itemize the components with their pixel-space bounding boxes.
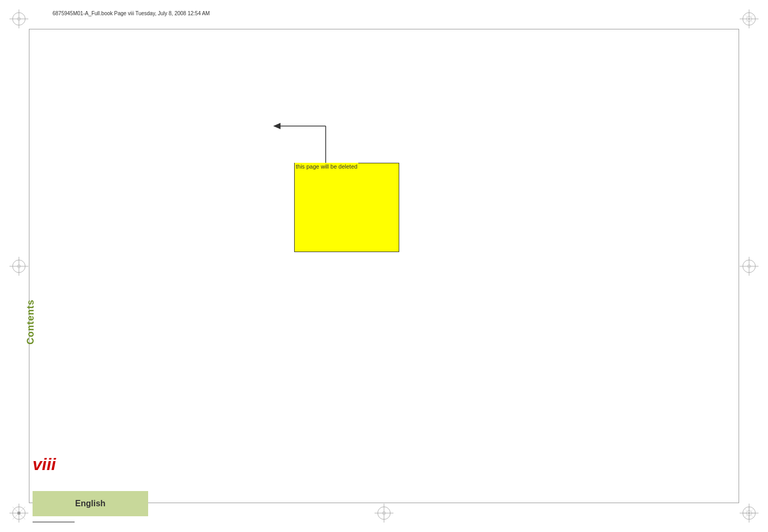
reg-mark-bottom-left [9, 504, 28, 523]
yellow-annotation-box: this page will be deleted [294, 163, 399, 252]
reg-mark-top-right [740, 9, 759, 28]
reg-mark-mid-bottom [375, 504, 393, 523]
margin-line-right [739, 29, 739, 503]
margin-line-left [29, 29, 29, 503]
svg-marker-29 [273, 123, 281, 129]
yellow-box-label: this page will be deleted [295, 163, 358, 170]
reg-mark-top-left [9, 9, 28, 28]
reg-mark-bottom-right [740, 504, 759, 523]
page-number: viii [33, 455, 56, 474]
reg-mark-mid-right [740, 257, 759, 276]
english-tab[interactable]: English [33, 491, 148, 516]
annotation-area: this page will be deleted [294, 163, 399, 252]
annotation-arrow [257, 116, 326, 168]
contents-label: Contents [25, 299, 36, 345]
reg-mark-mid-left [9, 257, 28, 276]
header-text: 6875945M01-A_Full.book Page viii Tuesday… [53, 11, 210, 16]
english-tab-label: English [75, 499, 106, 508]
margin-line-top [29, 29, 739, 29]
tab-underline [33, 521, 75, 523]
